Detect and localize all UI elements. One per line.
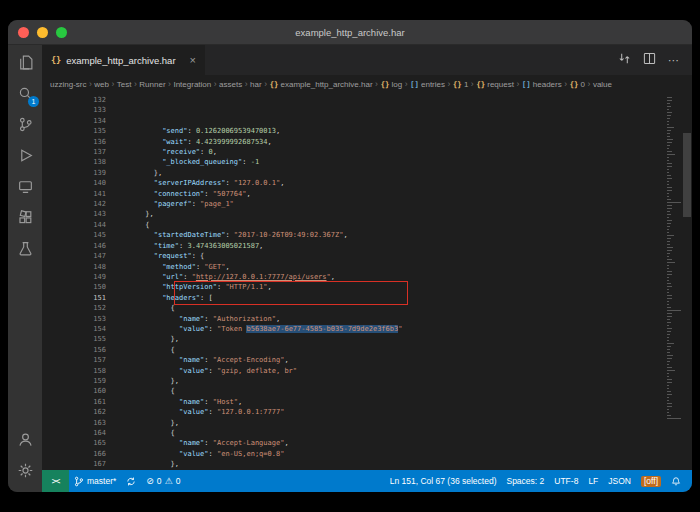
tab-close-icon[interactable]: × <box>190 54 196 66</box>
line-number: 156 <box>42 345 106 355</box>
code-line[interactable]: }, <box>120 334 666 344</box>
breadcrumb-item[interactable]: har <box>250 80 262 89</box>
breadcrumb-item[interactable]: uzzing-src <box>50 80 86 89</box>
vertical-scrollbar[interactable] <box>682 95 692 470</box>
code-line[interactable]: { <box>120 428 666 438</box>
open-changes-icon[interactable] <box>618 51 631 69</box>
breadcrumb-item[interactable]: []entries <box>410 80 445 89</box>
title-bar[interactable]: example_http_archive.har <box>8 20 692 45</box>
close-window-button[interactable] <box>18 27 29 38</box>
code-line[interactable]: "name": "Accept-Encoding", <box>120 355 666 365</box>
line-number: 166 <box>42 449 106 459</box>
breadcrumb-item[interactable]: Runner <box>139 80 165 89</box>
minimap-line <box>667 172 669 173</box>
encoding-setting[interactable]: UTF-8 <box>549 476 583 486</box>
testing-icon[interactable] <box>8 233 42 264</box>
breadcrumb-item[interactable]: {}0 <box>570 80 585 89</box>
language-mode[interactable]: JSON <box>603 476 636 486</box>
minimap-line <box>667 265 669 266</box>
code-line[interactable]: "_blocked_queueing": -1 <box>120 157 666 167</box>
explorer-icon[interactable] <box>8 47 42 78</box>
sync-item[interactable] <box>121 476 141 487</box>
minimap[interactable] <box>666 95 682 470</box>
minimap-line <box>667 316 672 317</box>
code-line[interactable]: "method": "GET", <box>120 262 666 272</box>
code-line[interactable]: }, <box>120 209 666 219</box>
minimap-line <box>667 289 669 290</box>
breadcrumb-item[interactable]: {}1 <box>453 80 468 89</box>
minimap-line <box>667 184 669 185</box>
minimap-line <box>667 220 672 221</box>
code-line[interactable]: }, <box>120 376 666 386</box>
breadcrumb-item[interactable]: web <box>94 80 109 89</box>
code-line[interactable]: "name": "Accept-Language", <box>120 438 666 448</box>
code-line[interactable]: "startedDateTime": "2017-10-26T09:49:02.… <box>120 230 666 240</box>
more-actions-icon[interactable]: ⋯ <box>668 54 680 67</box>
code-line[interactable]: }, <box>120 418 666 428</box>
code-line[interactable]: "value": "en-US,en;q=0.8" <box>120 449 666 459</box>
minimap-line <box>667 178 672 179</box>
settings-gear-icon[interactable] <box>8 455 42 486</box>
code-line[interactable]: "url": "http://127.0.0.1:7777/api/users"… <box>120 272 666 282</box>
cursor-position[interactable]: Ln 151, Col 67 (36 selected) <box>385 476 502 486</box>
minimap-line <box>667 145 670 146</box>
minimap-line <box>667 193 669 194</box>
code-line[interactable]: "receive": 0, <box>120 147 666 157</box>
code-line[interactable]: "time": 3.474363005021587, <box>120 241 666 251</box>
code-line[interactable]: "serverIPAddress": "127.0.0.1", <box>120 178 666 188</box>
code-line[interactable]: "connection": "507764", <box>120 189 666 199</box>
code-line[interactable]: "name": "Host", <box>120 397 666 407</box>
minimap-line <box>667 373 669 374</box>
zoom-window-button[interactable] <box>56 27 67 38</box>
remote-indicator[interactable]: >< <box>42 470 69 492</box>
code-line[interactable]: "value": "Token b5638ae7-6e77-4585-b035-… <box>120 324 666 334</box>
code-line[interactable]: "wait": 4.423999992687534, <box>120 137 666 147</box>
line-number: 137 <box>42 147 106 157</box>
git-branch-item[interactable]: master* <box>69 476 121 487</box>
tab-example-http-archive[interactable]: {} example_http_archive.har × <box>42 45 205 75</box>
line-number: 142 <box>42 199 106 209</box>
breadcrumb-separator-icon: › <box>132 79 140 89</box>
breadcrumb-item[interactable]: {}request <box>476 80 514 89</box>
extensions-icon[interactable] <box>8 202 42 233</box>
code-line[interactable]: "pageref": "page_1" <box>120 199 666 209</box>
code-line[interactable]: }, <box>120 168 666 178</box>
breadcrumb-item[interactable]: Test <box>117 80 132 89</box>
code-line[interactable]: "value": "gzip, deflate, br" <box>120 366 666 376</box>
code-line[interactable]: "value": "127.0.0.1:7777" <box>120 407 666 417</box>
code-line[interactable]: { <box>120 303 666 313</box>
breadcrumb-item[interactable]: assets <box>219 80 242 89</box>
minimap-line <box>667 346 671 347</box>
code-line[interactable]: "send": 0.12620069539470013, <box>120 126 666 136</box>
code-line[interactable]: "headers": [ <box>120 293 666 303</box>
breadcrumb-item[interactable]: Integration <box>173 80 211 89</box>
code-line[interactable]: { <box>120 345 666 355</box>
account-icon[interactable] <box>8 424 42 455</box>
split-editor-icon[interactable] <box>643 51 656 69</box>
code-line[interactable]: "name": "Authorization", <box>120 314 666 324</box>
scrollbar-thumb[interactable] <box>683 133 691 217</box>
breadcrumb-item[interactable]: {}log <box>380 80 402 89</box>
indentation-setting[interactable]: Spaces: 2 <box>501 476 549 486</box>
minimap-line <box>667 379 672 380</box>
mode-toggle[interactable]: [off] <box>636 476 666 487</box>
code-line[interactable]: { <box>120 220 666 230</box>
code-area[interactable]: "send": 0.12620069539470013, "wait": 4.4… <box>120 95 666 470</box>
source-control-icon[interactable] <box>8 109 42 140</box>
line-number: 160 <box>42 386 106 396</box>
problems-item[interactable]: ⊘ 0 ⚠ 0 <box>141 476 185 486</box>
minimap-line <box>667 100 672 101</box>
remote-explorer-icon[interactable] <box>8 171 42 202</box>
run-debug-icon[interactable] <box>8 140 42 171</box>
search-icon[interactable]: 1 <box>8 78 42 109</box>
code-line[interactable]: { <box>120 386 666 396</box>
code-line[interactable]: }, <box>120 459 666 469</box>
notifications-item[interactable] <box>666 476 686 487</box>
breadcrumb-item[interactable]: {}example_http_archive.har <box>269 80 372 89</box>
breadcrumb-item[interactable]: value <box>593 80 612 89</box>
code-line[interactable]: "httpVersion": "HTTP/1.1", <box>120 282 666 292</box>
code-line[interactable]: "request": { <box>120 251 666 261</box>
breadcrumb-item[interactable]: []headers <box>522 80 562 89</box>
minimize-window-button[interactable] <box>37 27 48 38</box>
eol-setting[interactable]: LF <box>583 476 603 486</box>
